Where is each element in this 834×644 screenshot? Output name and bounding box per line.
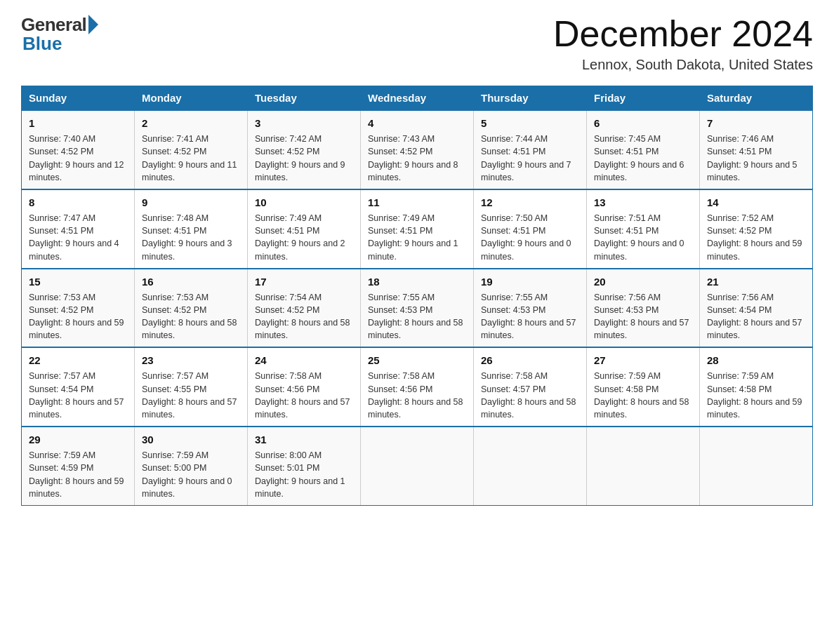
calendar-cell: 9 Sunrise: 7:48 AMSunset: 4:51 PMDayligh… bbox=[135, 189, 248, 269]
header-row: SundayMondayTuesdayWednesdayThursdayFrid… bbox=[22, 86, 813, 111]
day-info: Sunrise: 7:57 AMSunset: 4:55 PMDaylight:… bbox=[142, 371, 237, 420]
day-number: 2 bbox=[142, 116, 240, 130]
day-info: Sunrise: 7:49 AMSunset: 4:51 PMDaylight:… bbox=[368, 213, 458, 262]
day-number: 17 bbox=[255, 274, 353, 289]
location: Lennox, South Dakota, United States bbox=[553, 57, 813, 73]
day-info: Sunrise: 7:59 AMSunset: 4:58 PMDaylight:… bbox=[594, 371, 689, 420]
day-info: Sunrise: 7:55 AMSunset: 4:53 PMDaylight:… bbox=[368, 293, 463, 341]
header-day-sunday: Sunday bbox=[22, 86, 135, 111]
header-day-monday: Monday bbox=[135, 86, 248, 111]
week-row-5: 29 Sunrise: 7:59 AMSunset: 4:59 PMDaylig… bbox=[22, 427, 813, 505]
calendar-cell: 7 Sunrise: 7:46 AMSunset: 4:51 PMDayligh… bbox=[700, 110, 813, 189]
calendar-cell: 27 Sunrise: 7:59 AMSunset: 4:58 PMDaylig… bbox=[587, 347, 700, 427]
day-number: 8 bbox=[29, 195, 127, 210]
calendar-cell: 2 Sunrise: 7:41 AMSunset: 4:52 PMDayligh… bbox=[135, 110, 248, 189]
day-number: 18 bbox=[368, 274, 466, 289]
calendar-cell: 18 Sunrise: 7:55 AMSunset: 4:53 PMDaylig… bbox=[361, 269, 474, 348]
day-info: Sunrise: 7:56 AMSunset: 4:53 PMDaylight:… bbox=[594, 293, 689, 341]
day-number: 15 bbox=[29, 274, 127, 289]
week-row-4: 22 Sunrise: 7:57 AMSunset: 4:54 PMDaylig… bbox=[22, 347, 813, 427]
day-info: Sunrise: 7:53 AMSunset: 4:52 PMDaylight:… bbox=[29, 293, 124, 341]
calendar-cell: 14 Sunrise: 7:52 AMSunset: 4:52 PMDaylig… bbox=[700, 189, 813, 269]
calendar-cell: 19 Sunrise: 7:55 AMSunset: 4:53 PMDaylig… bbox=[474, 269, 587, 348]
day-number: 16 bbox=[142, 274, 240, 289]
calendar-cell: 25 Sunrise: 7:58 AMSunset: 4:56 PMDaylig… bbox=[361, 347, 474, 427]
day-number: 28 bbox=[707, 353, 805, 368]
calendar-cell: 11 Sunrise: 7:49 AMSunset: 4:51 PMDaylig… bbox=[361, 189, 474, 269]
day-info: Sunrise: 7:41 AMSunset: 4:52 PMDaylight:… bbox=[142, 134, 237, 182]
day-info: Sunrise: 7:57 AMSunset: 4:54 PMDaylight:… bbox=[29, 371, 124, 420]
day-number: 4 bbox=[368, 116, 466, 130]
calendar-cell: 13 Sunrise: 7:51 AMSunset: 4:51 PMDaylig… bbox=[587, 189, 700, 269]
day-number: 31 bbox=[255, 432, 353, 447]
day-info: Sunrise: 7:54 AMSunset: 4:52 PMDaylight:… bbox=[255, 293, 350, 341]
calendar-cell: 16 Sunrise: 7:53 AMSunset: 4:52 PMDaylig… bbox=[135, 269, 248, 348]
day-number: 21 bbox=[707, 274, 805, 289]
calendar-cell: 20 Sunrise: 7:56 AMSunset: 4:53 PMDaylig… bbox=[587, 269, 700, 348]
day-number: 22 bbox=[29, 353, 127, 368]
week-row-3: 15 Sunrise: 7:53 AMSunset: 4:52 PMDaylig… bbox=[22, 269, 813, 348]
day-info: Sunrise: 7:58 AMSunset: 4:57 PMDaylight:… bbox=[481, 371, 576, 420]
day-number: 12 bbox=[481, 195, 579, 210]
calendar-table: SundayMondayTuesdayWednesdayThursdayFrid… bbox=[21, 86, 813, 506]
day-info: Sunrise: 7:58 AMSunset: 4:56 PMDaylight:… bbox=[255, 371, 350, 420]
day-number: 9 bbox=[142, 195, 240, 210]
day-number: 20 bbox=[594, 274, 692, 289]
calendar-cell: 3 Sunrise: 7:42 AMSunset: 4:52 PMDayligh… bbox=[248, 110, 361, 189]
header-day-tuesday: Tuesday bbox=[248, 86, 361, 111]
calendar-body: 1 Sunrise: 7:40 AMSunset: 4:52 PMDayligh… bbox=[22, 110, 813, 505]
day-info: Sunrise: 7:47 AMSunset: 4:51 PMDaylight:… bbox=[29, 213, 119, 262]
title-block: December 2024 Lennox, South Dakota, Unit… bbox=[553, 14, 813, 73]
day-number: 29 bbox=[29, 432, 127, 447]
day-number: 30 bbox=[142, 432, 240, 447]
calendar-cell bbox=[587, 427, 700, 505]
day-info: Sunrise: 7:45 AMSunset: 4:51 PMDaylight:… bbox=[594, 134, 684, 182]
day-info: Sunrise: 7:40 AMSunset: 4:52 PMDaylight:… bbox=[29, 134, 124, 182]
week-row-2: 8 Sunrise: 7:47 AMSunset: 4:51 PMDayligh… bbox=[22, 189, 813, 269]
day-number: 7 bbox=[707, 116, 805, 130]
calendar-cell bbox=[474, 427, 587, 505]
day-info: Sunrise: 7:48 AMSunset: 4:51 PMDaylight:… bbox=[142, 213, 232, 262]
day-number: 19 bbox=[481, 274, 579, 289]
calendar-cell: 24 Sunrise: 7:58 AMSunset: 4:56 PMDaylig… bbox=[248, 347, 361, 427]
day-info: Sunrise: 7:53 AMSunset: 4:52 PMDaylight:… bbox=[142, 293, 237, 341]
day-info: Sunrise: 7:42 AMSunset: 4:52 PMDaylight:… bbox=[255, 134, 345, 182]
header-day-wednesday: Wednesday bbox=[361, 86, 474, 111]
page-header: General Blue December 2024 Lennox, South… bbox=[21, 14, 813, 73]
calendar-cell: 10 Sunrise: 7:49 AMSunset: 4:51 PMDaylig… bbox=[248, 189, 361, 269]
header-day-friday: Friday bbox=[587, 86, 700, 111]
day-number: 1 bbox=[29, 116, 127, 130]
day-info: Sunrise: 7:58 AMSunset: 4:56 PMDaylight:… bbox=[368, 371, 463, 420]
header-day-thursday: Thursday bbox=[474, 86, 587, 111]
calendar-cell: 23 Sunrise: 7:57 AMSunset: 4:55 PMDaylig… bbox=[135, 347, 248, 427]
day-info: Sunrise: 8:00 AMSunset: 5:01 PMDaylight:… bbox=[255, 450, 345, 499]
day-number: 10 bbox=[255, 195, 353, 210]
day-number: 14 bbox=[707, 195, 805, 210]
logo-blue-text: Blue bbox=[22, 33, 62, 55]
calendar-cell: 4 Sunrise: 7:43 AMSunset: 4:52 PMDayligh… bbox=[361, 110, 474, 189]
week-row-1: 1 Sunrise: 7:40 AMSunset: 4:52 PMDayligh… bbox=[22, 110, 813, 189]
day-info: Sunrise: 7:50 AMSunset: 4:51 PMDaylight:… bbox=[481, 213, 571, 262]
day-info: Sunrise: 7:43 AMSunset: 4:52 PMDaylight:… bbox=[368, 134, 458, 182]
header-day-saturday: Saturday bbox=[700, 86, 813, 111]
calendar-cell: 31 Sunrise: 8:00 AMSunset: 5:01 PMDaylig… bbox=[248, 427, 361, 505]
day-info: Sunrise: 7:44 AMSunset: 4:51 PMDaylight:… bbox=[481, 134, 571, 182]
day-info: Sunrise: 7:49 AMSunset: 4:51 PMDaylight:… bbox=[255, 213, 345, 262]
day-number: 25 bbox=[368, 353, 466, 368]
calendar-cell: 21 Sunrise: 7:56 AMSunset: 4:54 PMDaylig… bbox=[700, 269, 813, 348]
day-info: Sunrise: 7:56 AMSunset: 4:54 PMDaylight:… bbox=[707, 293, 802, 341]
day-info: Sunrise: 7:55 AMSunset: 4:53 PMDaylight:… bbox=[481, 293, 576, 341]
calendar-cell: 6 Sunrise: 7:45 AMSunset: 4:51 PMDayligh… bbox=[587, 110, 700, 189]
calendar-cell: 26 Sunrise: 7:58 AMSunset: 4:57 PMDaylig… bbox=[474, 347, 587, 427]
day-number: 26 bbox=[481, 353, 579, 368]
calendar-cell: 30 Sunrise: 7:59 AMSunset: 5:00 PMDaylig… bbox=[135, 427, 248, 505]
day-number: 3 bbox=[255, 116, 353, 130]
day-info: Sunrise: 7:59 AMSunset: 4:59 PMDaylight:… bbox=[29, 450, 124, 499]
day-info: Sunrise: 7:51 AMSunset: 4:51 PMDaylight:… bbox=[594, 213, 684, 262]
calendar-cell bbox=[361, 427, 474, 505]
logo-triangle-icon bbox=[88, 15, 98, 34]
day-info: Sunrise: 7:59 AMSunset: 5:00 PMDaylight:… bbox=[142, 450, 232, 499]
calendar-cell: 5 Sunrise: 7:44 AMSunset: 4:51 PMDayligh… bbox=[474, 110, 587, 189]
calendar-cell bbox=[700, 427, 813, 505]
calendar-header: SundayMondayTuesdayWednesdayThursdayFrid… bbox=[22, 86, 813, 111]
